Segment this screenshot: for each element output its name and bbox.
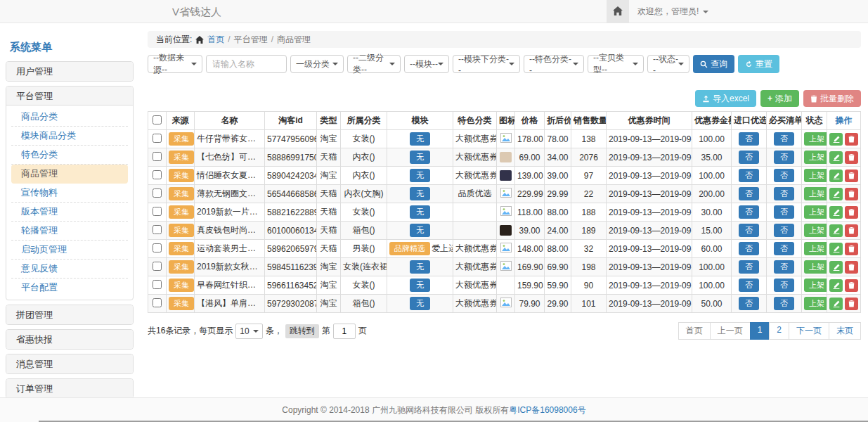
must-buy-badge[interactable]: 否 bbox=[774, 132, 794, 146]
row-checkbox[interactable] bbox=[153, 152, 162, 161]
row-checkbox[interactable] bbox=[153, 262, 162, 271]
must-buy-badge[interactable]: 否 bbox=[774, 151, 794, 164]
status-badge[interactable]: 上架 bbox=[804, 169, 827, 182]
page-2-button[interactable]: 2 bbox=[769, 322, 789, 340]
delete-button[interactable] bbox=[845, 188, 858, 200]
delete-button[interactable] bbox=[845, 133, 858, 146]
status-badge[interactable]: 上架 bbox=[804, 224, 827, 237]
status-select[interactable]: --状态-- bbox=[647, 55, 689, 73]
module-select[interactable]: --模块-- bbox=[404, 55, 449, 73]
icp-link[interactable]: 粤ICP备16098006号 bbox=[509, 405, 585, 415]
next-page-button[interactable]: 下一页 bbox=[789, 322, 829, 340]
sidebar-item-promo-material[interactable]: 宣传物料 bbox=[11, 184, 128, 203]
import-optimal-badge[interactable]: 否 bbox=[739, 169, 759, 182]
row-checkbox[interactable] bbox=[153, 225, 162, 234]
sidebar-item-feature-category[interactable]: 特色分类 bbox=[11, 146, 128, 165]
delete-button[interactable] bbox=[845, 261, 858, 274]
import-optimal-badge[interactable]: 否 bbox=[739, 224, 759, 237]
sidebar-item-goods-category[interactable]: 商品分类 bbox=[11, 108, 128, 127]
category2-select[interactable]: --二级分类-- bbox=[347, 55, 401, 73]
row-checkbox[interactable] bbox=[153, 298, 162, 307]
row-checkbox[interactable] bbox=[153, 280, 162, 289]
sidebar-item-order-mgmt[interactable]: 订单管理 bbox=[6, 379, 133, 397]
sidebar-item-group-buy-mgmt[interactable]: 拼团管理 bbox=[6, 305, 133, 324]
edit-button[interactable] bbox=[829, 206, 843, 219]
import-optimal-badge[interactable]: 否 bbox=[739, 151, 759, 164]
select-all-checkbox[interactable] bbox=[153, 115, 162, 124]
delete-button[interactable] bbox=[845, 170, 858, 182]
module-none-badge[interactable]: 无 bbox=[410, 187, 430, 200]
row-checkbox[interactable] bbox=[153, 170, 162, 179]
name-search-input[interactable] bbox=[206, 55, 287, 73]
status-badge[interactable]: 上架 bbox=[804, 187, 827, 200]
jump-page-input[interactable] bbox=[333, 324, 356, 339]
module-none-badge[interactable]: 无 bbox=[410, 169, 430, 182]
sidebar-item-version-mgmt[interactable]: 版本管理 bbox=[11, 203, 128, 222]
module-none-badge[interactable]: 无 bbox=[410, 224, 430, 237]
reset-button[interactable]: 重置 bbox=[738, 55, 779, 73]
sidebar-item-feedback[interactable]: 意见反馈 bbox=[11, 260, 128, 279]
import-optimal-badge[interactable]: 否 bbox=[739, 187, 759, 200]
must-buy-badge[interactable]: 否 bbox=[774, 224, 794, 237]
delete-button[interactable] bbox=[845, 243, 858, 255]
page-size-select[interactable]: 10 bbox=[235, 324, 262, 339]
edit-button[interactable] bbox=[829, 298, 843, 310]
row-checkbox[interactable] bbox=[153, 188, 162, 198]
breadcrumb-home-link[interactable]: 首页 bbox=[207, 31, 224, 48]
import-optimal-badge[interactable]: 否 bbox=[739, 205, 759, 219]
sidebar-item-saving-news[interactable]: 省惠快报 bbox=[6, 330, 133, 349]
status-badge[interactable]: 上架 bbox=[804, 279, 827, 292]
must-buy-badge[interactable]: 否 bbox=[774, 279, 794, 292]
must-buy-badge[interactable]: 否 bbox=[774, 260, 794, 274]
module-none-badge[interactable]: 无 bbox=[410, 205, 430, 219]
sidebar-item-module-goods-category[interactable]: 模块商品分类 bbox=[11, 127, 128, 146]
module-none-badge[interactable]: 无 bbox=[410, 151, 430, 164]
status-badge[interactable]: 上架 bbox=[804, 260, 827, 274]
module-none-badge[interactable]: 无 bbox=[410, 297, 430, 310]
category1-select[interactable]: 一级分类 bbox=[290, 55, 344, 73]
must-buy-badge[interactable]: 否 bbox=[774, 187, 794, 200]
batch-delete-button[interactable]: 批量删除 bbox=[803, 90, 861, 107]
delete-button[interactable] bbox=[845, 151, 858, 164]
search-button[interactable]: 查询 bbox=[693, 55, 734, 73]
module-none-badge[interactable]: 无 bbox=[410, 260, 430, 274]
import-optimal-badge[interactable]: 否 bbox=[739, 279, 759, 292]
sidebar-item-carousel-mgmt[interactable]: 轮播管理 bbox=[11, 222, 128, 241]
edit-button[interactable] bbox=[829, 243, 843, 255]
first-page-button[interactable]: 首页 bbox=[678, 322, 711, 340]
user-menu[interactable]: 欢迎您，管理员! bbox=[629, 0, 868, 23]
edit-button[interactable] bbox=[829, 170, 843, 182]
edit-button[interactable] bbox=[829, 279, 843, 292]
module-none-badge[interactable]: 无 bbox=[410, 279, 430, 292]
sidebar-item-platform-mgmt[interactable]: 平台管理 bbox=[6, 87, 133, 106]
import-excel-button[interactable]: 导入excel bbox=[695, 90, 756, 107]
sidebar-item-message-mgmt[interactable]: 消息管理 bbox=[6, 354, 133, 373]
item-type-select[interactable]: --宝贝类型-- bbox=[588, 55, 644, 73]
import-optimal-badge[interactable]: 否 bbox=[739, 260, 759, 274]
import-optimal-badge[interactable]: 否 bbox=[739, 297, 759, 310]
sidebar-item-user-mgmt[interactable]: 用户管理 bbox=[6, 62, 133, 81]
row-checkbox[interactable] bbox=[153, 207, 162, 216]
status-badge[interactable]: 上架 bbox=[804, 242, 827, 255]
jump-button[interactable]: 跳转到 bbox=[285, 324, 319, 338]
edit-button[interactable] bbox=[829, 224, 843, 237]
module-none-badge[interactable]: 无 bbox=[410, 132, 430, 146]
row-checkbox[interactable] bbox=[153, 134, 162, 143]
must-buy-badge[interactable]: 否 bbox=[774, 169, 794, 182]
delete-button[interactable] bbox=[845, 279, 858, 292]
status-badge[interactable]: 上架 bbox=[804, 297, 827, 310]
data-source-select[interactable]: --数据来源-- bbox=[148, 55, 202, 73]
status-badge[interactable]: 上架 bbox=[804, 132, 827, 146]
must-buy-badge[interactable]: 否 bbox=[774, 242, 794, 255]
feature-select[interactable]: --特色分类-- bbox=[524, 55, 584, 73]
sidebar-item-platform-config[interactable]: 平台配置 bbox=[11, 279, 128, 298]
must-buy-badge[interactable]: 否 bbox=[774, 205, 794, 219]
module-sub-select[interactable]: --模块下分类-- bbox=[453, 55, 520, 73]
edit-button[interactable] bbox=[829, 151, 843, 164]
must-buy-badge[interactable]: 否 bbox=[774, 297, 794, 310]
page-1-button[interactable]: 1 bbox=[750, 322, 770, 340]
status-badge[interactable]: 上架 bbox=[804, 205, 827, 219]
edit-button[interactable] bbox=[829, 133, 843, 146]
import-optimal-badge[interactable]: 否 bbox=[739, 132, 759, 146]
prev-page-button[interactable]: 上一页 bbox=[710, 322, 751, 340]
